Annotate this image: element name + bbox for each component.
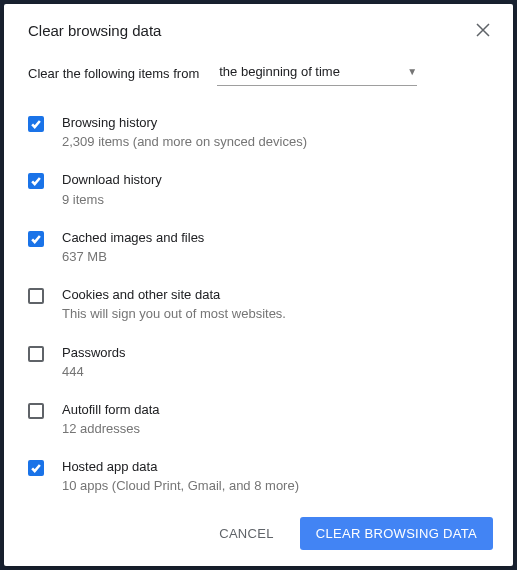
option-row: Hosted app data10 apps (Cloud Print, Gma… xyxy=(28,448,489,503)
option-checkbox[interactable] xyxy=(28,346,44,362)
option-text: Autofill form data12 addresses xyxy=(62,401,489,438)
check-icon xyxy=(30,462,42,474)
cancel-button[interactable]: CANCEL xyxy=(203,517,290,550)
option-text: Download history9 items xyxy=(62,171,489,208)
time-range-value: the beginning of time xyxy=(219,64,340,79)
option-checkbox[interactable] xyxy=(28,231,44,247)
option-label: Download history xyxy=(62,171,489,189)
option-subtext: This will sign you out of most websites. xyxy=(62,305,489,323)
clear-browsing-data-dialog: Clear browsing data Clear the following … xyxy=(4,4,513,566)
option-label: Browsing history xyxy=(62,114,489,132)
option-label: Autofill form data xyxy=(62,401,489,419)
option-checkbox[interactable] xyxy=(28,288,44,304)
close-icon xyxy=(476,23,490,37)
dialog-footer: CANCEL CLEAR BROWSING DATA xyxy=(4,503,513,566)
option-checkbox[interactable] xyxy=(28,403,44,419)
option-checkbox[interactable] xyxy=(28,116,44,132)
time-range-row: Clear the following items from the begin… xyxy=(4,48,513,104)
option-row: Browsing history2,309 items (and more on… xyxy=(28,104,489,161)
chevron-down-icon: ▼ xyxy=(407,66,417,77)
option-subtext: 10 apps (Cloud Print, Gmail, and 8 more) xyxy=(62,477,489,495)
check-icon xyxy=(30,118,42,130)
option-row: Cookies and other site dataThis will sig… xyxy=(28,276,489,333)
option-row: Cached images and files637 MB xyxy=(28,219,489,276)
dialog-title: Clear browsing data xyxy=(28,22,161,39)
option-text: Cookies and other site dataThis will sig… xyxy=(62,286,489,323)
option-label: Cached images and files xyxy=(62,229,489,247)
option-row: Passwords444 xyxy=(28,334,489,391)
option-row: Autofill form data12 addresses xyxy=(28,391,489,448)
time-range-label: Clear the following items from xyxy=(28,66,199,81)
option-subtext: 637 MB xyxy=(62,248,489,266)
option-checkbox[interactable] xyxy=(28,173,44,189)
option-text: Browsing history2,309 items (and more on… xyxy=(62,114,489,151)
option-text: Cached images and files637 MB xyxy=(62,229,489,266)
close-button[interactable] xyxy=(473,20,493,40)
option-subtext: 2,309 items (and more on synced devices) xyxy=(62,133,489,151)
option-subtext: 12 addresses xyxy=(62,420,489,438)
check-icon xyxy=(30,233,42,245)
option-label: Hosted app data xyxy=(62,458,489,476)
time-range-select[interactable]: the beginning of time ▼ xyxy=(217,60,417,86)
option-text: Passwords444 xyxy=(62,344,489,381)
option-checkbox[interactable] xyxy=(28,460,44,476)
dialog-header: Clear browsing data xyxy=(4,4,513,48)
option-subtext: 444 xyxy=(62,363,489,381)
option-text: Hosted app data10 apps (Cloud Print, Gma… xyxy=(62,458,489,495)
clear-browsing-data-button[interactable]: CLEAR BROWSING DATA xyxy=(300,517,493,550)
options-list: Browsing history2,309 items (and more on… xyxy=(4,104,513,503)
check-icon xyxy=(30,175,42,187)
option-label: Passwords xyxy=(62,344,489,362)
option-label: Cookies and other site data xyxy=(62,286,489,304)
option-subtext: 9 items xyxy=(62,191,489,209)
option-row: Download history9 items xyxy=(28,161,489,218)
